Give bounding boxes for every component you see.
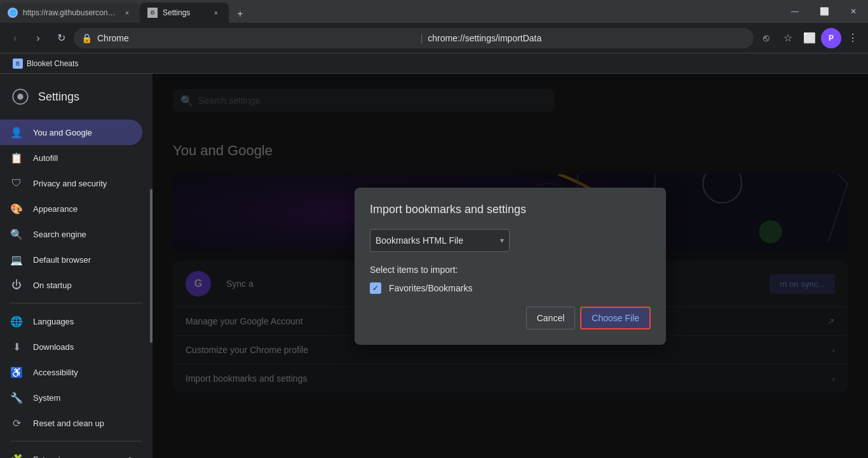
import-source-select[interactable]: Bookmarks HTML File ▾ [370, 229, 510, 252]
window-controls: — ⬜ ✕ [780, 0, 868, 23]
content-area: 🔍 You and Google [153, 74, 868, 458]
sidebar-label-accessibility: Accessibility [33, 368, 78, 377]
sidebar-label-default-browser: Default browser [33, 255, 91, 265]
address-url: chrome://settings/importData [428, 33, 746, 43]
person-icon: 👤 [10, 126, 23, 139]
startup-icon: ⏻ [10, 279, 23, 291]
import-source-value: Bookmarks HTML File [376, 235, 463, 246]
sidebar-item-autofill[interactable]: 📋 Autofill [0, 145, 142, 170]
system-icon: 🔧 [10, 391, 23, 404]
tabs-area: 🌐 https://raw.githubusercontent.co... × … [0, 0, 780, 23]
modal-overlay: Import bookmarks and settings Bookmarks … [153, 74, 868, 458]
lock-icon: 🔒 [81, 33, 92, 43]
downloads-icon: ⬇ [10, 340, 23, 353]
sidebar-item-appearance[interactable]: 🎨 Appearance [0, 196, 142, 221]
maximize-button[interactable]: ⬜ [810, 0, 839, 23]
sidebar-label-extensions: Extensions [33, 455, 74, 459]
favorites-checkbox[interactable]: ✓ [370, 282, 381, 294]
sidebar-label-system: System [33, 393, 60, 403]
sidebar-label-on-startup: On startup [33, 281, 72, 290]
share-button[interactable]: ⎋ [756, 28, 776, 48]
forward-button[interactable]: › [28, 28, 48, 48]
nav-actions: ⎋ ☆ ⬜ P ⋮ [756, 28, 863, 48]
bookmarks-bar: B Blooket Cheats [0, 53, 868, 74]
sidebar-label-languages: Languages [33, 317, 74, 326]
bookmark-blooket[interactable]: B Blooket Cheats [8, 56, 83, 71]
extensions-icon: 🧩 [10, 453, 23, 458]
items-to-import-label: Select items to import: [370, 265, 651, 275]
extensions-external-icon: ↗ [126, 455, 132, 458]
favorites-label: Favorites/Bookmarks [389, 283, 472, 293]
languages-icon: 🌐 [10, 315, 23, 328]
sidebar-label-reset: Reset and clean up [33, 419, 104, 428]
sidebar: Settings 👤 You and Google 📋 Autofill 🛡 P… [0, 74, 153, 458]
choose-file-button[interactable]: Choose File [580, 307, 651, 330]
main-layout: Settings 👤 You and Google 📋 Autofill 🛡 P… [0, 74, 868, 458]
minimize-button[interactable]: — [780, 0, 810, 23]
tab-settings-title: Settings [163, 8, 206, 17]
reload-button[interactable]: ↻ [51, 28, 71, 48]
tab-github-favicon: 🌐 [8, 8, 18, 18]
sidebar-header: Settings [0, 79, 153, 114]
sidebar-item-reset[interactable]: ⟳ Reset and clean up [0, 410, 142, 436]
checkbox-row-favorites: ✓ Favorites/Bookmarks [370, 282, 651, 294]
tab-settings-close[interactable]: × [211, 8, 221, 18]
browser-icon: 💻 [10, 253, 23, 266]
import-modal: Import bookmarks and settings Bookmarks … [355, 188, 666, 345]
tab-github-close[interactable]: × [122, 8, 132, 18]
modal-title: Import bookmarks and settings [370, 203, 651, 216]
title-bar: 🌐 https://raw.githubusercontent.co... × … [0, 0, 868, 23]
autofill-icon: 📋 [10, 151, 23, 164]
shield-icon: 🛡 [10, 177, 23, 190]
address-brand: Chrome [97, 33, 416, 43]
profile-button[interactable]: P [821, 28, 841, 48]
sidebar-item-search-engine[interactable]: 🔍 Search engine [0, 221, 142, 247]
sidebar-item-accessibility[interactable]: ♿ Accessibility [0, 359, 142, 385]
svg-point-1 [17, 94, 23, 99]
tab-settings[interactable]: ⚙ Settings × [140, 3, 229, 23]
extension-button[interactable]: ⬜ [799, 28, 820, 48]
menu-button[interactable]: ⋮ [843, 28, 863, 48]
appearance-icon: 🎨 [10, 202, 23, 215]
back-button[interactable]: ‹ [5, 28, 25, 48]
address-bar[interactable]: 🔒 Chrome | chrome://settings/importData [74, 28, 754, 48]
tab-github-title: https://raw.githubusercontent.co... [23, 8, 117, 17]
close-button[interactable]: ✕ [839, 0, 868, 23]
sidebar-divider [10, 303, 142, 303]
nav-bar: ‹ › ↻ 🔒 Chrome | chrome://settings/impor… [0, 23, 868, 53]
sidebar-label-downloads: Downloads [33, 342, 74, 352]
tab-settings-favicon: ⚙ [147, 8, 158, 18]
sidebar-item-privacy[interactable]: 🛡 Privacy and security [0, 170, 142, 196]
sidebar-label-privacy: Privacy and security [33, 179, 107, 188]
accessibility-icon: ♿ [10, 366, 23, 378]
sidebar-label-autofill: Autofill [33, 153, 58, 163]
settings-page-title: Settings [38, 90, 79, 104]
sidebar-item-languages[interactable]: 🌐 Languages [0, 309, 142, 334]
sidebar-item-you-and-google[interactable]: 👤 You and Google [0, 120, 142, 145]
sidebar-item-system[interactable]: 🔧 System [0, 385, 142, 410]
bookmark-button[interactable]: ☆ [778, 28, 798, 48]
sidebar-item-extensions[interactable]: 🧩 Extensions ↗ [0, 447, 142, 458]
sidebar-label-appearance: Appearance [33, 204, 78, 214]
address-separator: | [421, 33, 423, 43]
sidebar-label-search-engine: Search engine [33, 230, 86, 239]
sidebar-divider-2 [10, 441, 142, 441]
bookmark-blooket-label: Blooket Cheats [27, 59, 78, 68]
modal-actions: Cancel Choose File [370, 307, 651, 330]
sidebar-item-downloads[interactable]: ⬇ Downloads [0, 334, 142, 359]
sidebar-item-on-startup[interactable]: ⏻ On startup [0, 272, 142, 298]
sidebar-item-default-browser[interactable]: 💻 Default browser [0, 247, 142, 272]
bookmark-blooket-favicon: B [13, 59, 23, 69]
new-tab-button[interactable]: + [231, 5, 249, 23]
tab-github[interactable]: 🌐 https://raw.githubusercontent.co... × [0, 3, 140, 23]
select-arrow-icon: ▾ [500, 236, 504, 245]
sidebar-label-you-and-google: You and Google [33, 128, 92, 137]
search-engine-icon: 🔍 [10, 228, 23, 240]
reset-icon: ⟳ [10, 417, 23, 429]
cancel-button[interactable]: Cancel [526, 307, 576, 330]
settings-logo [10, 87, 31, 107]
